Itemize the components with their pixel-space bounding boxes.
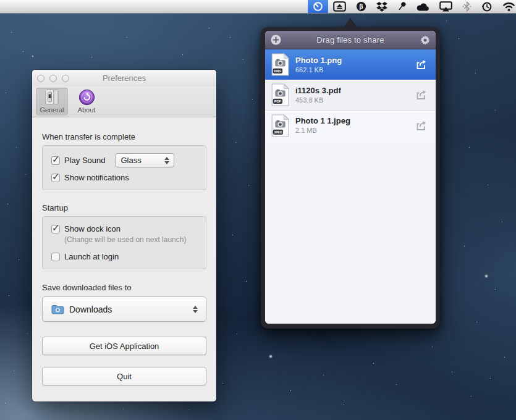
title-bar[interactable]: Preferences (32, 70, 216, 86)
share-button[interactable] (415, 90, 427, 100)
share-button[interactable] (415, 59, 427, 70)
share-arrow-icon (415, 90, 427, 100)
pushpin-menu-icon[interactable] (392, 0, 412, 14)
light-switch-icon (43, 89, 61, 106)
save-location-value: Downloads (69, 304, 191, 314)
eject-box-icon (333, 1, 346, 12)
zoom-button[interactable] (62, 75, 69, 82)
show-dock-icon-checkbox[interactable]: ✓ (51, 225, 60, 233)
gear-icon (420, 35, 430, 45)
file-row[interactable]: PNG Photo 1.png 662.1 KB (265, 49, 436, 80)
save-location-select[interactable]: Downloads (42, 296, 206, 322)
plus-circle-icon (271, 35, 281, 45)
sound-select-value: Glass (121, 156, 163, 165)
launch-at-login-label: Launch at login (64, 252, 119, 261)
stepper-arrows-icon (163, 157, 171, 164)
tab-general-label: General (40, 106, 64, 114)
share-arrow-icon (415, 59, 427, 70)
svg-text:PDF: PDF (274, 99, 282, 103)
play-sound-checkbox[interactable]: ✓ (51, 156, 60, 165)
file-size: 662.1 KB (295, 65, 415, 74)
dropbox-menu-icon[interactable] (371, 0, 392, 14)
quit-button[interactable]: Quit (42, 367, 206, 385)
file-row[interactable]: PDF i1120s 3.pdf 453.8 KB (265, 80, 436, 110)
popover-header: Drag files to share (265, 31, 436, 49)
section-heading-startup: Startup (42, 203, 206, 212)
get-ios-application-button[interactable]: Get iOS Application (42, 337, 206, 355)
bluetooth-icon (462, 1, 472, 12)
checkmark-icon: ✓ (52, 171, 60, 182)
settings-gear-button[interactable] (420, 35, 430, 45)
jpeg-file-icon: JPEG (271, 114, 290, 137)
minimize-button[interactable] (49, 75, 57, 82)
bluetooth-menu-icon[interactable] (457, 0, 476, 14)
svg-text:PNG: PNG (274, 69, 282, 73)
play-sound-label: Play Sound (64, 156, 106, 165)
section-heading-transfer: When transfer is complete (42, 132, 206, 141)
app-transfer-icon (313, 1, 323, 12)
share-button[interactable] (415, 120, 427, 131)
checkmark-icon: ✓ (52, 154, 60, 165)
sound-select[interactable]: Glass (115, 153, 174, 167)
downloads-folder-icon (51, 304, 64, 314)
menu-bar: β (0, 0, 516, 14)
airserver-eject-menu-icon[interactable] (328, 0, 351, 14)
pin-icon (397, 1, 407, 12)
tab-general[interactable]: General (36, 88, 68, 116)
app-transfer-menu-icon[interactable] (308, 0, 328, 14)
startup-groupbox: ✓ Show dock icon (Change will be used on… (42, 216, 206, 269)
preferences-toolbar: General About (32, 86, 216, 117)
share-popover: Drag files to share PNG Photo (261, 27, 440, 329)
show-notifications-checkbox[interactable]: ✓ (51, 174, 60, 182)
show-notifications-label: Show notifications (64, 173, 129, 182)
file-size: 453.8 KB (295, 96, 415, 104)
cloud-icon (417, 2, 429, 11)
airplay-menu-icon[interactable] (434, 0, 457, 14)
file-name: i1120s 3.pdf (295, 86, 415, 96)
popover-title: Drag files to share (281, 35, 420, 44)
preferences-window: Preferences General (32, 70, 216, 401)
file-row[interactable]: JPEG Photo 1 1.jpeg 2.1 MB (265, 110, 436, 140)
svg-text:JPEG: JPEG (274, 130, 282, 133)
popover-arrow (343, 18, 358, 28)
airplay-icon (439, 1, 452, 12)
tab-about-label: About (78, 106, 96, 114)
drop-zone[interactable] (265, 140, 436, 324)
add-files-button[interactable] (271, 35, 281, 45)
close-button[interactable] (37, 75, 44, 82)
time-machine-menu-icon[interactable] (476, 0, 497, 14)
about-app-icon (78, 89, 95, 106)
wifi-icon (502, 2, 515, 12)
image-file-icon: PNG (271, 53, 290, 76)
file-size: 2.1 MB (295, 126, 415, 135)
dropbox-icon (376, 2, 387, 12)
pdf-file-icon: PDF (271, 83, 290, 106)
cloudapp-menu-icon[interactable] (412, 0, 434, 14)
tab-about[interactable]: About (70, 88, 103, 116)
file-name: Photo 1 1.jpeg (295, 116, 415, 126)
dock-change-note: (Change will be used on next launch) (64, 235, 197, 244)
launch-at-login-checkbox[interactable]: ✓ (51, 253, 60, 261)
beta-menu-icon[interactable]: β (351, 0, 371, 14)
time-machine-icon (481, 1, 493, 12)
file-name: Photo 1.png (295, 56, 415, 65)
beta-circle-icon: β (356, 1, 366, 12)
share-arrow-icon (415, 120, 427, 131)
wifi-menu-icon[interactable] (497, 0, 516, 14)
show-dock-icon-label: Show dock icon (64, 224, 121, 233)
transfer-groupbox: ✓ Play Sound Glass ✓ Show notifications (42, 145, 206, 190)
stepper-arrows-icon (191, 306, 200, 313)
section-heading-save-location: Save downloaded files to (42, 283, 206, 292)
svg-text:β: β (359, 2, 363, 10)
checkmark-icon: ✓ (52, 222, 60, 233)
